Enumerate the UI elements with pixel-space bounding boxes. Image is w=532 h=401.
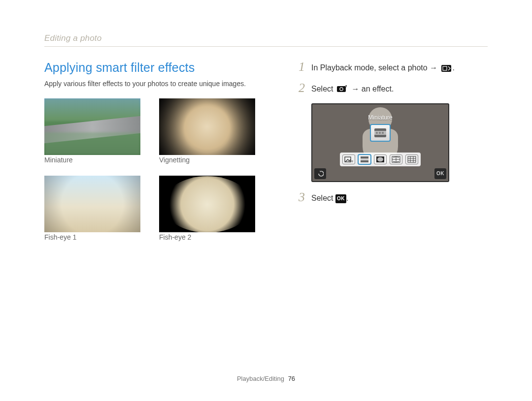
- svg-point-14: [377, 157, 383, 161]
- filter-palette-icon: [337, 85, 348, 96]
- step-2: 2 Select → an effect.: [299, 82, 486, 96]
- svg-rect-2: [337, 86, 346, 92]
- svg-rect-6: [376, 132, 378, 134]
- thumbnail-caption: Vignetting: [159, 156, 255, 164]
- step-text-mid: → an effect.: [351, 85, 394, 93]
- step-text-post: .: [453, 63, 455, 72]
- section-title: Applying smart filter effects: [44, 61, 271, 75]
- right-column: 1 In Playback mode, select a photo → . 2…: [299, 61, 486, 248]
- thumbnail-cell: Fish-eye 1: [44, 176, 140, 248]
- thumbnail-caption: Miniature: [44, 156, 140, 164]
- svg-rect-12: [361, 158, 368, 160]
- page-number: 76: [288, 375, 295, 382]
- edit-menu-icon: [441, 64, 451, 75]
- left-column: Applying smart filter effects Apply vari…: [44, 61, 271, 248]
- ok-button[interactable]: OK: [434, 168, 446, 179]
- back-icon: [317, 170, 324, 177]
- step-number: 2: [299, 82, 311, 94]
- page-footer: Playback/Editing 76: [0, 375, 532, 382]
- effect-chip-miniature[interactable]: [358, 154, 371, 164]
- thumbnail-cell: Fish-eye 2: [159, 176, 255, 248]
- step-text: In Playback mode, select a photo →: [311, 63, 437, 72]
- step-1: 1 In Playback mode, select a photo → .: [299, 61, 486, 75]
- thumbnail-vignetting: [159, 98, 255, 155]
- step-body: Select OK.: [311, 191, 348, 204]
- step-text: Select: [311, 85, 333, 93]
- effect-chip-vignetting[interactable]: [374, 154, 387, 164]
- breadcrumb: Editing a photo: [44, 33, 488, 47]
- step-body: In Playback mode, select a photo → .: [311, 61, 455, 75]
- footer-section: Playback/Editing: [237, 375, 284, 382]
- step-number: 3: [299, 191, 311, 204]
- thumbnail-cell: Vignetting: [159, 98, 255, 171]
- thumbnail-fisheye-2: [159, 176, 255, 232]
- svg-rect-16: [408, 156, 416, 162]
- svg-text:OFF: OFF: [349, 160, 353, 163]
- camera-screen-preview: Miniature OFF: [311, 103, 449, 182]
- thumbnail-cell: Miniature: [44, 98, 140, 171]
- step-3: 3 Select OK.: [299, 191, 486, 204]
- thumbnail-caption: Fish-eye 1: [44, 233, 140, 241]
- effect-chip-off[interactable]: OFF: [342, 154, 355, 164]
- manual-page: Editing a photo Applying smart filter ef…: [0, 0, 532, 401]
- step-text-post: .: [346, 194, 348, 202]
- effect-chip-fisheye-1[interactable]: [390, 154, 402, 164]
- ok-badge-icon: OK: [335, 194, 346, 203]
- step-number: 1: [299, 61, 311, 73]
- effect-thumbnail-grid: Miniature Vignetting Fish-eye 1 Fish-eye…: [44, 98, 271, 248]
- thumbnail-miniature: [44, 98, 140, 155]
- thumbnail-fisheye-1: [44, 176, 140, 232]
- effect-chip-fisheye-2[interactable]: [405, 154, 418, 164]
- section-description: Apply various filter effects to your pho…: [44, 80, 271, 88]
- thumbnail-caption: Fish-eye 2: [159, 233, 255, 241]
- back-button[interactable]: [314, 168, 326, 179]
- selected-effect-chip[interactable]: [370, 124, 391, 142]
- two-column-layout: Applying smart filter effects Apply vari…: [44, 61, 488, 248]
- svg-rect-7: [379, 132, 381, 134]
- svg-rect-8: [382, 132, 384, 134]
- effect-strip: OFF: [340, 153, 421, 166]
- step-text: Select: [311, 194, 333, 202]
- step-body: Select → an effect.: [311, 82, 394, 96]
- miniature-effect-icon: [373, 127, 387, 139]
- selected-effect-label: Miniature: [368, 114, 392, 121]
